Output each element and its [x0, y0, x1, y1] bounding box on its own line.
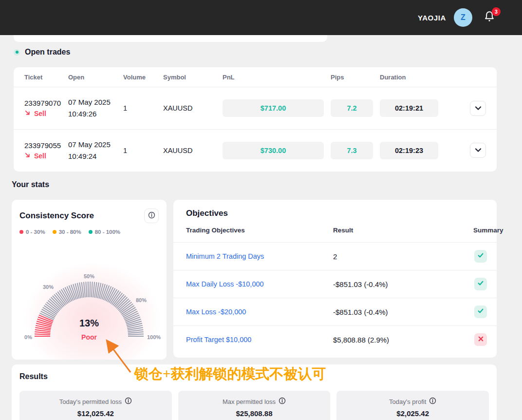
open-trades-heading: Open trades — [14, 48, 70, 57]
legend-item-teal: 80 - 100% — [89, 229, 120, 235]
consistency-title: Consistency Score — [19, 211, 94, 221]
objective-link[interactable]: Minimum 2 Trading Days — [186, 252, 333, 260]
annotation-text: 锁仓+获利解锁的模式不被认可 — [134, 364, 326, 384]
pips-pill: 7.3 — [331, 142, 373, 159]
objectives-card: Objectives Trading Objectives Result Sum… — [173, 200, 497, 358]
info-icon[interactable] — [125, 397, 132, 406]
objective-result: 2 — [333, 252, 473, 261]
table-row: 233979055 Sell 07 May 2025 10:49:24 1 XA… — [14, 129, 497, 171]
col-symbol: Symbol — [163, 74, 223, 81]
gauge-legend: 0 - 30% 30 - 80% 80 - 100% — [12, 223, 167, 235]
notifications-button[interactable]: 3 — [483, 9, 498, 26]
username: YAOJIA — [418, 14, 446, 22]
x-icon — [478, 335, 484, 344]
check-icon — [477, 252, 484, 261]
ticket-cell: 233979055 Sell — [24, 141, 68, 160]
expand-row-button[interactable] — [470, 143, 486, 158]
svg-text:80%: 80% — [136, 297, 147, 303]
notification-badge: 3 — [492, 7, 501, 16]
col-pips: Pips — [331, 74, 380, 81]
open-trades-table: Ticket Open Volume Symbol PnL Pips Durat… — [14, 67, 497, 172]
avatar-letter: Z — [461, 13, 466, 22]
symbol-cell: XAUUSD — [163, 104, 223, 112]
objective-link[interactable]: Profit Target $10,000 — [186, 336, 333, 344]
consistency-gauge: 0% 30% 50% 80% 100% 13% Poor — [16, 263, 162, 346]
pnl-pill: $717.00 — [223, 99, 324, 117]
objectives-title: Objectives — [173, 200, 497, 218]
your-stats-title: Your stats — [12, 180, 49, 189]
expand-row-button[interactable] — [470, 101, 486, 116]
top-header: YAOJIA Z 3 — [0, 0, 522, 35]
annotation-arrow-icon — [97, 335, 141, 379]
objective-result: -$851.03 (-0.4%) — [333, 308, 473, 316]
duration-pill: 02:19:23 — [380, 142, 438, 159]
status-badge — [474, 305, 487, 318]
gauge-value: 13% — [16, 318, 162, 329]
col-duration: Duration — [380, 74, 470, 81]
symbol-cell: XAUUSD — [163, 147, 223, 154]
trade-side: Sell — [34, 152, 46, 160]
objective-row: Profit Target $10,000 $5,808.88 (2.9%) — [173, 325, 497, 353]
status-badge — [474, 250, 487, 263]
legend-item-red: 0 - 30% — [19, 229, 45, 235]
objective-row: Max Daily Loss -$10,000 -$851.03 (-0.4%) — [173, 270, 497, 298]
info-icon[interactable] — [279, 397, 286, 406]
col-ticket: Ticket — [24, 74, 68, 81]
stat-todays-permitted-loss: Today's permitted loss $12,025.42 — [19, 391, 172, 420]
objectives-header-row: Trading Objectives Result Summary — [173, 218, 497, 242]
stat-todays-profit: Today's profit $2,025.42 — [336, 391, 489, 420]
open-time-cell: 07 May 2025 10:49:26 — [68, 96, 123, 120]
open-trades-header-row: Ticket Open Volume Symbol PnL Pips Durat… — [14, 67, 497, 87]
status-badge — [474, 278, 487, 290]
info-icon[interactable] — [429, 397, 436, 406]
pnl-pill: $730.00 — [223, 142, 324, 159]
objective-link[interactable]: Max Loss -$20,000 — [186, 308, 333, 316]
duration-pill: 02:19:21 — [380, 99, 438, 117]
sell-arrow-icon — [24, 152, 31, 160]
trade-side: Sell — [34, 110, 46, 117]
stat-max-permitted-loss: Max permitted loss $25,808.88 — [178, 391, 331, 420]
objective-row: Minimum 2 Trading Days 2 — [173, 242, 497, 270]
open-time-cell: 07 May 2025 10:49:24 — [68, 139, 123, 162]
open-trades-title: Open trades — [25, 48, 70, 57]
chevron-down-icon — [475, 105, 482, 112]
col-pnl: PnL — [223, 74, 331, 81]
objective-result: $5,808.88 (2.9%) — [333, 336, 473, 344]
objective-link[interactable]: Max Daily Loss -$10,000 — [186, 280, 333, 288]
check-icon — [477, 280, 484, 288]
objective-result: -$851.03 (-0.4%) — [333, 280, 473, 288]
ticket-cell: 233979070 Sell — [24, 99, 68, 117]
info-icon — [148, 211, 155, 220]
table-row: 233979070 Sell 07 May 2025 10:49:26 1 XA… — [14, 87, 497, 129]
scrolled-card-edge — [14, 35, 327, 42]
consistency-score-card: Consistency Score 0 - 30% 30 - 80% 80 - … — [12, 200, 167, 360]
legend-item-orange: 30 - 80% — [53, 229, 81, 235]
chevron-down-icon — [475, 147, 482, 154]
col-open: Open — [68, 74, 123, 81]
volume-cell: 1 — [123, 147, 163, 154]
status-badge — [474, 333, 487, 346]
consistency-info-button[interactable] — [144, 209, 159, 223]
check-icon — [477, 307, 484, 316]
col-volume: Volume — [123, 74, 163, 81]
avatar[interactable]: Z — [454, 8, 472, 27]
svg-text:30%: 30% — [43, 284, 54, 290]
volume-cell: 1 — [123, 104, 163, 112]
svg-text:50%: 50% — [84, 273, 94, 279]
sell-arrow-icon — [24, 110, 31, 117]
pips-pill: 7.2 — [331, 99, 373, 117]
bell-icon — [483, 17, 496, 25]
objective-row: Max Loss -$20,000 -$851.03 (-0.4%) — [173, 298, 497, 325]
live-dot-icon — [14, 49, 20, 56]
